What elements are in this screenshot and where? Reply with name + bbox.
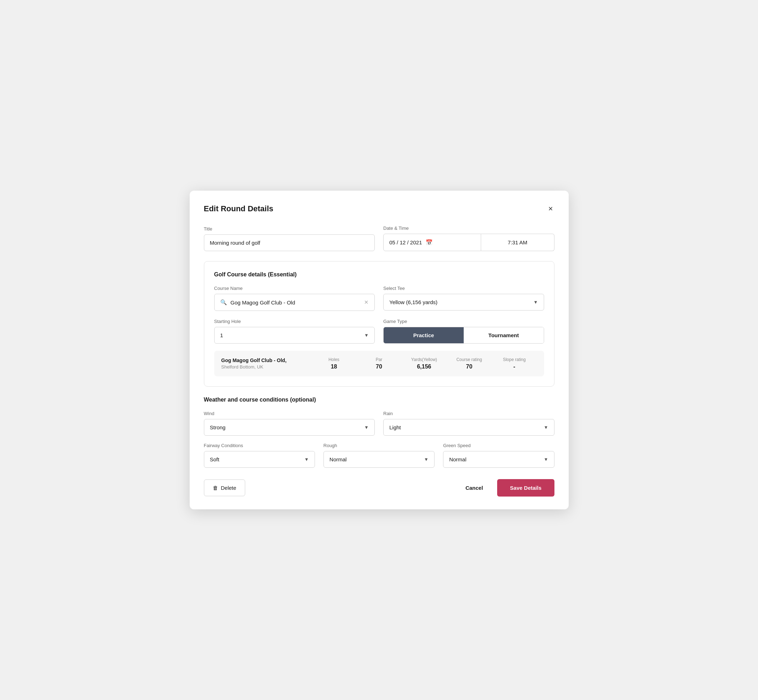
slope-rating-value: - xyxy=(492,364,537,370)
delete-label: Delete xyxy=(221,485,236,491)
date-input[interactable]: 05 / 12 / 2021 📅 xyxy=(383,234,481,251)
select-tee-label: Select Tee xyxy=(383,286,544,291)
course-location: Shelford Bottom, UK xyxy=(221,364,312,370)
holes-value: 18 xyxy=(312,364,357,370)
golf-course-section-title: Golf Course details (Essential) xyxy=(214,271,544,278)
rough-dropdown[interactable]: Normal ▼ xyxy=(324,451,434,468)
yards-value: 6,156 xyxy=(401,364,446,370)
wind-label: Wind xyxy=(204,411,375,416)
yards-label: Yards(Yellow) xyxy=(401,357,446,362)
course-rating-value: 70 xyxy=(446,364,492,370)
time-value: 7:31 AM xyxy=(508,239,528,245)
game-type-field-group: Game Type Practice Tournament xyxy=(383,319,544,344)
rain-dropdown[interactable]: Light ▼ xyxy=(383,419,554,436)
select-tee-dropdown[interactable]: Yellow (6,156 yards) ▼ xyxy=(383,294,544,311)
modal-header: Edit Round Details × xyxy=(204,203,554,214)
green-speed-field-group: Green Speed Normal ▼ xyxy=(443,443,554,468)
chevron-down-icon: ▼ xyxy=(364,425,369,430)
starting-hole-dropdown[interactable]: 1 ▼ xyxy=(214,327,375,344)
game-type-label: Game Type xyxy=(383,319,544,324)
course-tee-row: Course Name 🔍 Gog Magog Golf Club - Old … xyxy=(214,286,544,311)
fairway-field-group: Fairway Conditions Soft ▼ xyxy=(204,443,315,468)
weather-section: Weather and course conditions (optional)… xyxy=(204,397,554,468)
course-name-input[interactable]: 🔍 Gog Magog Golf Club - Old ✕ xyxy=(214,294,375,311)
wind-field-group: Wind Strong ▼ xyxy=(204,411,375,436)
chevron-down-icon: ▼ xyxy=(424,457,429,462)
course-name-value: Gog Magog Golf Club - Old xyxy=(230,300,361,306)
tournament-toggle-button[interactable]: Tournament xyxy=(464,327,544,343)
time-input[interactable]: 7:31 AM xyxy=(481,234,554,251)
rough-field-group: Rough Normal ▼ xyxy=(324,443,434,468)
slope-rating-label: Slope rating xyxy=(492,357,537,362)
modal-footer: 🗑 Delete Cancel Save Details xyxy=(204,479,554,497)
datetime-inputs: 05 / 12 / 2021 📅 7:31 AM xyxy=(383,234,554,251)
select-tee-field-group: Select Tee Yellow (6,156 yards) ▼ xyxy=(383,286,544,311)
chevron-down-icon: ▼ xyxy=(544,457,548,462)
course-main-name: Gog Magog Golf Club - Old, xyxy=(221,358,312,363)
starting-hole-value: 1 xyxy=(220,332,223,338)
chevron-down-icon: ▼ xyxy=(544,425,548,430)
starting-hole-field-group: Starting Hole 1 ▼ xyxy=(214,319,375,344)
edit-round-modal: Edit Round Details × Title Date & Time 0… xyxy=(190,191,568,509)
weather-row-2: Fairway Conditions Soft ▼ Rough Normal ▼… xyxy=(204,443,554,468)
datetime-label: Date & Time xyxy=(383,225,554,231)
rain-value: Light xyxy=(389,424,401,430)
green-speed-label: Green Speed xyxy=(443,443,554,448)
modal-title: Edit Round Details xyxy=(204,204,274,213)
fairway-dropdown[interactable]: Soft ▼ xyxy=(204,451,315,468)
green-speed-value: Normal xyxy=(449,456,466,462)
rough-label: Rough xyxy=(324,443,434,448)
weather-row-1: Wind Strong ▼ Rain Light ▼ xyxy=(204,411,554,436)
slope-rating-stat: Slope rating - xyxy=(492,357,537,370)
title-label: Title xyxy=(204,226,375,231)
wind-value: Strong xyxy=(210,424,226,430)
weather-section-title: Weather and course conditions (optional) xyxy=(204,397,554,403)
course-info-row: Gog Magog Golf Club - Old, Shelford Bott… xyxy=(214,351,544,376)
yards-stat: Yards(Yellow) 6,156 xyxy=(401,357,446,370)
game-type-toggle: Practice Tournament xyxy=(383,327,544,344)
chevron-down-icon: ▼ xyxy=(364,333,369,338)
rough-value: Normal xyxy=(329,456,347,462)
course-name-label: Course Name xyxy=(214,286,375,291)
hole-gametype-row: Starting Hole 1 ▼ Game Type Practice Tou… xyxy=(214,319,544,344)
rain-label: Rain xyxy=(383,411,554,416)
rain-field-group: Rain Light ▼ xyxy=(383,411,554,436)
calendar-icon: 📅 xyxy=(426,239,433,246)
search-icon: 🔍 xyxy=(220,299,227,306)
starting-hole-label: Starting Hole xyxy=(214,319,375,324)
par-label: Par xyxy=(357,357,402,362)
title-input[interactable] xyxy=(204,234,375,251)
title-field-group: Title xyxy=(204,226,375,251)
trash-icon: 🗑 xyxy=(213,485,218,491)
clear-icon[interactable]: ✕ xyxy=(364,299,369,306)
save-button[interactable]: Save Details xyxy=(497,479,554,497)
cancel-button[interactable]: Cancel xyxy=(460,480,489,496)
practice-toggle-button[interactable]: Practice xyxy=(384,327,464,343)
fairway-label: Fairway Conditions xyxy=(204,443,315,448)
course-name-col: Gog Magog Golf Club - Old, Shelford Bott… xyxy=(221,358,312,370)
fairway-value: Soft xyxy=(210,456,219,462)
chevron-down-icon: ▼ xyxy=(534,300,538,305)
course-rating-stat: Course rating 70 xyxy=(446,357,492,370)
close-button[interactable]: × xyxy=(547,203,554,214)
select-tee-value: Yellow (6,156 yards) xyxy=(389,299,437,305)
holes-label: Holes xyxy=(312,357,357,362)
date-value: 05 / 12 / 2021 xyxy=(389,239,422,245)
par-stat: Par 70 xyxy=(357,357,402,370)
par-value: 70 xyxy=(357,364,402,370)
course-name-field-group: Course Name 🔍 Gog Magog Golf Club - Old … xyxy=(214,286,375,311)
delete-button[interactable]: 🗑 Delete xyxy=(204,480,245,496)
green-speed-dropdown[interactable]: Normal ▼ xyxy=(443,451,554,468)
holes-stat: Holes 18 xyxy=(312,357,357,370)
chevron-down-icon: ▼ xyxy=(304,457,309,462)
wind-dropdown[interactable]: Strong ▼ xyxy=(204,419,375,436)
top-fields-row: Title Date & Time 05 / 12 / 2021 📅 7:31 … xyxy=(204,225,554,251)
course-rating-label: Course rating xyxy=(446,357,492,362)
footer-right: Cancel Save Details xyxy=(460,479,554,497)
datetime-field-group: Date & Time 05 / 12 / 2021 📅 7:31 AM xyxy=(383,225,554,251)
golf-course-section: Golf Course details (Essential) Course N… xyxy=(204,261,554,387)
